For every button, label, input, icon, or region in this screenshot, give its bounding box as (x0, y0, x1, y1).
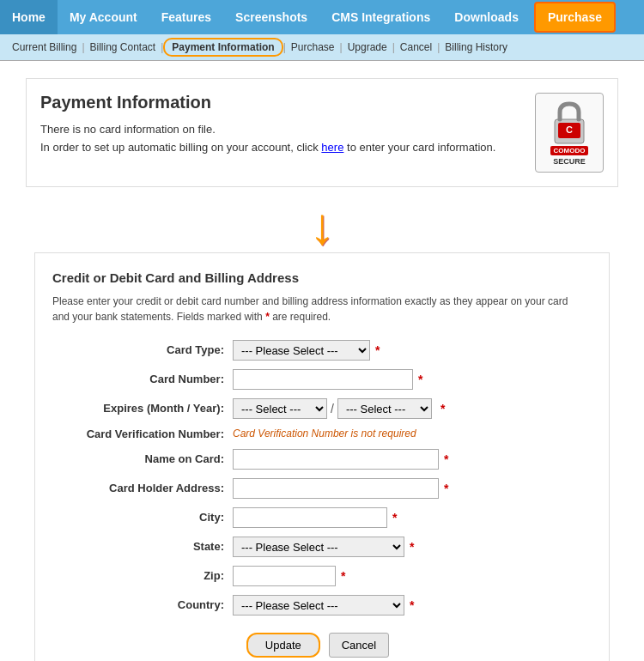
expires-required: * (440, 402, 445, 415)
country-select[interactable]: --- Please Select --- United StatesCanad… (233, 595, 404, 616)
state-label: State: (61, 540, 233, 553)
card-type-row: Card Type: --- Please Select --- Visa Ma… (52, 340, 583, 361)
comodo-secure-label: SECURE (553, 157, 586, 167)
card-number-label: Card Number: (61, 373, 233, 385)
subnav-cancel[interactable]: Cancel (395, 39, 437, 55)
name-control: * (233, 449, 574, 470)
form-description: Please enter your credit or debit card n… (52, 294, 583, 324)
card-number-control: * (233, 369, 574, 390)
zip-required: * (341, 569, 345, 583)
state-select[interactable]: --- Please Select --- AlabamaAlaskaArizo… (233, 537, 404, 557)
no-card-message: There is no card information on file. (40, 123, 495, 136)
form-buttons: Update Cancel (52, 633, 583, 658)
payment-header-text: Payment Information There is no card inf… (40, 93, 495, 159)
expires-label: Expires (Month / Year): (61, 402, 233, 415)
city-control: * (233, 507, 574, 528)
nav-features[interactable]: Features (149, 0, 223, 34)
country-required: * (410, 598, 414, 612)
top-navigation: Home My Account Features Screenshots CMS… (0, 0, 644, 34)
required-star-desc: * (265, 311, 270, 323)
name-row: Name on Card: * (52, 449, 583, 470)
cvn-control: Card Verification Number is not required (233, 428, 574, 440)
card-type-required: * (375, 343, 380, 357)
subnav-payment-information[interactable]: Payment Information (163, 38, 283, 57)
state-required: * (410, 540, 414, 554)
zip-row: Zip: * (52, 566, 583, 586)
credit-card-form-section: Credit or Debit Card and Billing Address… (34, 252, 610, 661)
cvn-message: Card Verification Number is not required (233, 428, 416, 440)
subnav-current-billing[interactable]: Current Billing (7, 39, 82, 55)
nav-my-account[interactable]: My Account (58, 0, 149, 34)
state-control: --- Please Select --- AlabamaAlaskaArizo… (233, 537, 574, 557)
form-title: Credit or Debit Card and Billing Address (52, 270, 583, 285)
card-number-required: * (418, 373, 422, 386)
name-label: Name on Card: (61, 452, 233, 465)
nav-purchase[interactable]: Purchase (534, 2, 616, 33)
card-number-row: Card Number: * (52, 369, 583, 390)
address-control: * (233, 478, 574, 499)
card-type-select[interactable]: --- Please Select --- Visa MasterCard Am… (233, 340, 370, 361)
subnav-billing-contact[interactable]: Billing Contact (85, 39, 161, 55)
city-required: * (392, 511, 397, 525)
subnav-purchase[interactable]: Purchase (286, 39, 340, 55)
comodo-label: COMODO (550, 146, 589, 155)
down-arrow-icon: ↓ (309, 201, 335, 252)
nav-screenshots[interactable]: Screenshots (223, 0, 319, 34)
setup-message: In order to set up automatic billing on … (40, 141, 495, 154)
city-input[interactable] (233, 507, 387, 528)
nav-downloads[interactable]: Downloads (442, 0, 531, 34)
country-row: Country: --- Please Select --- United St… (52, 595, 583, 616)
here-link[interactable]: here (321, 141, 343, 154)
address-row: Card Holder Address: * (52, 478, 583, 499)
name-input[interactable] (233, 449, 439, 470)
address-input[interactable] (233, 478, 439, 499)
update-button[interactable]: Update (246, 633, 320, 658)
subnav-upgrade[interactable]: Upgrade (343, 39, 392, 55)
cvn-row: Card Verification Number: Card Verificat… (52, 428, 583, 440)
page-title: Payment Information (40, 93, 495, 112)
page-content: Payment Information There is no card inf… (0, 61, 644, 661)
expires-month-select[interactable]: --- Select --- 01020304 05060708 0910111… (233, 398, 327, 419)
expires-year-select[interactable]: --- Select --- 2024202520262027 20282029… (337, 398, 432, 419)
zip-label: Zip: (61, 569, 233, 582)
subnav-billing-history[interactable]: Billing History (440, 39, 513, 55)
city-label: City: (61, 511, 233, 524)
card-type-control: --- Please Select --- Visa MasterCard Am… (233, 340, 574, 361)
address-required: * (444, 482, 448, 495)
name-required: * (444, 452, 448, 466)
state-row: State: --- Please Select --- AlabamaAlas… (52, 537, 583, 557)
arrow-annotation: ↓ (26, 201, 618, 252)
city-row: City: * (52, 507, 583, 528)
comodo-lock-icon: C (548, 99, 591, 146)
svg-text:C: C (566, 124, 573, 135)
address-label: Card Holder Address: (61, 482, 233, 494)
nav-home[interactable]: Home (0, 0, 58, 34)
zip-control: * (233, 566, 574, 586)
expires-separator: / (331, 402, 334, 415)
cvn-label: Card Verification Number: (61, 428, 233, 440)
comodo-secure-badge: C COMODO SECURE (535, 93, 604, 173)
zip-input[interactable] (233, 566, 336, 586)
card-type-label: Card Type: (61, 343, 233, 356)
cancel-button[interactable]: Cancel (329, 633, 389, 658)
nav-cms-integrations[interactable]: CMS Integrations (319, 0, 442, 34)
sub-navigation: Current Billing | Billing Contact | Paym… (0, 34, 644, 61)
card-number-input[interactable] (233, 369, 413, 390)
expires-row: Expires (Month / Year): --- Select --- 0… (52, 398, 583, 419)
payment-header-box: Payment Information There is no card inf… (26, 78, 618, 187)
country-control: --- Please Select --- United StatesCanad… (233, 595, 574, 616)
country-label: Country: (61, 598, 233, 611)
expires-control: --- Select --- 01020304 05060708 0910111… (233, 398, 574, 419)
